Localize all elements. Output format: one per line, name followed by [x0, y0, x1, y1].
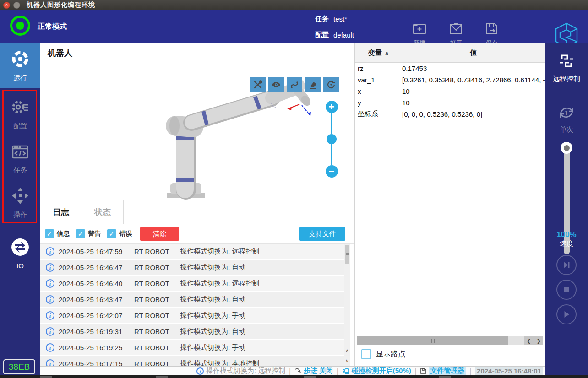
- robot-panel-title: 机器人: [40, 43, 354, 63]
- variable-row[interactable]: x 10: [355, 86, 545, 97]
- statusbar-clock: 2024-05-25 16:48:01: [475, 367, 543, 375]
- log-time: 2024-05-25 16:46:40: [59, 280, 134, 287]
- minimize-icon[interactable]: –: [13, 2, 20, 9]
- single-cycle-button[interactable]: 1 单次: [545, 103, 588, 134]
- log-source: RT ROBOT: [134, 360, 180, 366]
- sidebar-item-label: 任务: [13, 166, 27, 175]
- info-icon: i: [46, 327, 54, 336]
- log-message: 操作模式切换为: 本地控制: [180, 359, 259, 366]
- eraser-button[interactable]: [305, 77, 321, 92]
- log-source: RT ROBOT: [134, 312, 180, 319]
- status-bar: i 操作模式切换为: 远程控制 | 步进 关闭 | 碰撞检测开启(50%) | …: [40, 366, 545, 375]
- clear-button[interactable]: 清除: [140, 227, 179, 241]
- robot-3d-view[interactable]: + −: [40, 63, 354, 200]
- variable-row[interactable]: rz 0.17453: [355, 63, 545, 74]
- title-bar: × – 机器人图形化编程环境: [0, 0, 588, 10]
- zoom-out-button[interactable]: −: [326, 165, 338, 178]
- path-button[interactable]: [287, 77, 302, 92]
- variable-row[interactable]: var_1 [0.3261, 0.35348, 0.73416, 2.72866…: [355, 74, 545, 86]
- log-message: 操作模式切换为: 远程控制: [180, 279, 259, 288]
- statusbar-file-manager[interactable]: 文件管理器: [429, 367, 466, 375]
- log-list[interactable]: i 2024-05-25 16:47:59 RT ROBOT 操作模式切换为: …: [40, 244, 344, 366]
- log-row[interactable]: i 2024-05-25 16:46:47 RT ROBOT 操作模式切换为: …: [40, 260, 344, 276]
- warning-checkbox[interactable]: ✓: [76, 229, 85, 238]
- stop-icon: [562, 285, 571, 294]
- log-row[interactable]: i 2024-05-25 16:42:07 RT ROBOT 操作模式切换为: …: [40, 308, 344, 324]
- stop-button[interactable]: [556, 280, 577, 300]
- column-header-variable[interactable]: 变量 ∧: [355, 43, 402, 62]
- log-row[interactable]: i 2024-05-25 16:17:15 RT ROBOT 操作模式切换为: …: [40, 356, 344, 366]
- close-icon[interactable]: ×: [3, 2, 10, 9]
- horizontal-scrollbar[interactable]: ❮ ❯: [357, 336, 543, 345]
- column-label: 变量: [368, 49, 382, 57]
- support-files-button[interactable]: 支持文件: [299, 227, 345, 241]
- open-file-icon: [449, 22, 463, 38]
- sidebar-item-run[interactable]: 运行: [0, 43, 40, 88]
- log-time: 2024-05-25 16:47:59: [59, 248, 134, 255]
- log-row[interactable]: i 2024-05-25 16:19:31 RT ROBOT 操作模式切换为: …: [40, 324, 344, 340]
- speed-slider-handle[interactable]: [561, 142, 572, 154]
- scroll-left-icon[interactable]: ❮: [524, 336, 534, 345]
- statusbar-collision-toggle[interactable]: 碰撞检测开启(50%): [352, 367, 411, 375]
- show-waypoints-row: 显示路点: [361, 349, 405, 359]
- variables-header: 变量 ∧ 值: [355, 43, 545, 63]
- scroll-down-icon[interactable]: ∨: [344, 356, 350, 366]
- remote-control-label: 远程控制: [553, 75, 580, 83]
- remote-control-icon: [557, 52, 576, 72]
- log-message: 操作模式切换为: 自动: [180, 263, 245, 272]
- variable-value: 10: [402, 99, 545, 107]
- tab-status[interactable]: 状态: [82, 200, 124, 224]
- path-icon: [289, 80, 299, 90]
- view-toolbar: [250, 77, 339, 92]
- reset-view-button[interactable]: [323, 77, 339, 92]
- sidebar-item-task[interactable]: 任务: [0, 136, 40, 181]
- horizontal-scrollbar-thumb[interactable]: [357, 336, 508, 345]
- log-message: 操作模式切换为: 手动: [180, 311, 245, 320]
- variable-row[interactable]: 坐标系 [0, 0, 0, 0.5236, 0.5236, 0]: [355, 108, 545, 120]
- top-bar: 正常模式 任务 test* 配置 default 新建 打开 保存: [0, 10, 588, 43]
- sort-asc-icon: ∧: [385, 50, 389, 56]
- warning-checkbox-label: 警告: [88, 230, 101, 238]
- variable-value: [0, 0, 0, 0.5236, 0.5236, 0]: [402, 110, 545, 118]
- log-scrollbar-thumb[interactable]: [345, 245, 349, 264]
- task-value: test*: [333, 15, 347, 23]
- variable-name: rz: [355, 65, 402, 72]
- show-waypoints-checkbox[interactable]: [361, 349, 371, 359]
- column-header-value[interactable]: 值: [402, 43, 545, 62]
- tools-button[interactable]: [250, 77, 266, 92]
- info-icon: i: [46, 263, 54, 272]
- tab-log[interactable]: 日志: [40, 200, 82, 224]
- statusbar-mode-message: 操作模式切换为: 远程控制: [206, 367, 285, 375]
- log-time: 2024-05-25 16:46:47: [59, 264, 134, 271]
- config-value: default: [333, 31, 354, 39]
- log-row[interactable]: i 2024-05-25 16:43:47 RT ROBOT 操作模式切换为: …: [40, 292, 344, 308]
- status-badge[interactable]: 38EB: [3, 359, 35, 374]
- variable-row[interactable]: y 10: [355, 97, 545, 108]
- play-button[interactable]: [556, 304, 577, 324]
- variable-value: 0.17453: [402, 65, 545, 72]
- remote-control-button[interactable]: 远程控制: [545, 52, 588, 83]
- sidebar-item-operate[interactable]: 操作: [0, 181, 40, 225]
- info-checkbox-label: 信息: [57, 230, 70, 238]
- log-scrollbar[interactable]: ∧ ∨: [344, 244, 350, 366]
- zoom-slider-handle[interactable]: [327, 134, 337, 144]
- zoom-slider-track[interactable]: [331, 113, 332, 134]
- visibility-button[interactable]: [268, 77, 284, 92]
- log-row[interactable]: i 2024-05-25 16:47:59 RT ROBOT 操作模式切换为: …: [40, 244, 344, 260]
- info-icon: i: [46, 247, 54, 256]
- zoom-in-button[interactable]: +: [326, 101, 338, 113]
- sidebar-item-config[interactable]: 配置: [0, 92, 40, 136]
- info-icon: i: [46, 279, 54, 288]
- run-icon: [11, 50, 29, 70]
- sidebar-item-io[interactable]: IO: [0, 233, 40, 274]
- error-checkbox[interactable]: ✓: [107, 229, 116, 238]
- scroll-right-icon[interactable]: ❯: [534, 336, 543, 345]
- log-row[interactable]: i 2024-05-25 16:46:40 RT ROBOT 操作模式切换为: …: [40, 276, 344, 292]
- log-message: 操作模式切换为: 手动: [180, 343, 245, 352]
- statusbar-step-toggle[interactable]: 步进 关闭: [304, 367, 333, 375]
- step-next-button[interactable]: [556, 255, 577, 275]
- info-checkbox[interactable]: ✓: [45, 229, 54, 238]
- scroll-up-icon[interactable]: ∧: [344, 346, 350, 356]
- zoom-slider-track[interactable]: [331, 144, 332, 165]
- log-row[interactable]: i 2024-05-25 16:19:25 RT ROBOT 操作模式切换为: …: [40, 340, 344, 356]
